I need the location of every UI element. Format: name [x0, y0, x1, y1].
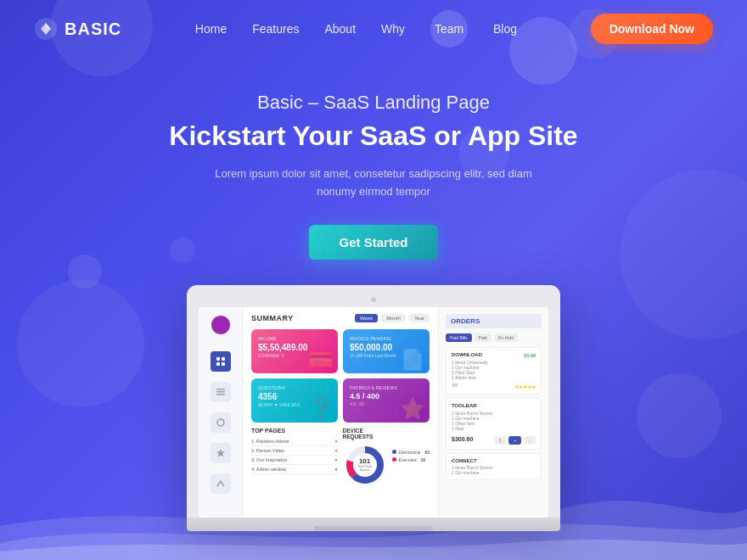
order-tab-paid[interactable]: Paid — [475, 333, 491, 342]
device-requests-title: DEVICE REQUESTS — [343, 428, 387, 440]
order-tab-paid-bills[interactable]: Paid Bills — [446, 333, 472, 342]
nav-menu: Home Features About Why Team Blog — [195, 10, 517, 48]
row-indicator: ● — [334, 467, 337, 472]
legend-item-electronical: Electronical 63 — [392, 450, 430, 455]
stat-card-income: INCOME $5,50,489.00 COMPARE: 5 💳 — [251, 329, 338, 373]
donut-sub-label: Total DataScores — [357, 465, 372, 472]
svg-point-8 — [217, 419, 224, 426]
order-tabs: Paid Bills Paid On Hold — [446, 333, 542, 342]
hero-description: Lorem ipsum dolor sit amet, consetetur s… — [195, 165, 552, 201]
svg-rect-2 — [222, 357, 225, 361]
svg-rect-7 — [216, 394, 225, 395]
order-btn-minus[interactable]: - — [524, 436, 536, 445]
download-button[interactable]: Download Now — [591, 14, 713, 44]
laptop-camera — [371, 297, 376, 302]
nav-item-why[interactable]: Why — [381, 21, 405, 36]
laptop-body: SUMMARY Week Month Year INCOME $5,50,489… — [187, 285, 560, 518]
order-stars: ★★★★★ — [514, 384, 536, 389]
order-toolbar-title: TOOLBAR — [452, 403, 477, 408]
laptop-screen: SUMMARY Week Month Year INCOME $5,50,489… — [199, 307, 548, 518]
top-pages-title: TOP PAGES — [251, 428, 338, 434]
dashboard-title: SUMMARY — [251, 314, 294, 322]
avatar — [211, 316, 230, 334]
brand-name: BASIC — [65, 20, 121, 39]
order-download-title: DOWNLOAD — [452, 352, 482, 357]
tab-week[interactable]: Week — [355, 314, 378, 322]
order-connect-row-2: 1 Gyr machine — [452, 470, 536, 475]
stat-card-ratings: RATINGS & REVIEWS 4.5 / 400 4.5 · 20 ⭐ — [343, 378, 430, 423]
dashboard-main: SUMMARY Week Month Year INCOME $5,50,489… — [243, 307, 438, 518]
sidebar-icon-2 — [211, 412, 231, 433]
table-row: 2. Person Video ● — [251, 446, 338, 456]
row-indicator: ● — [334, 457, 337, 462]
order-tab-hold[interactable]: On Hold — [494, 333, 518, 342]
stat-card-invoice: INVOICE PENDING $50,000.00 14,398 From L… — [343, 329, 430, 373]
legend-dot — [392, 450, 396, 454]
svg-rect-3 — [216, 362, 220, 366]
dashboard-sidebar — [199, 307, 243, 518]
tab-year[interactable]: Year — [409, 314, 430, 322]
sidebar-icon-3 — [211, 443, 231, 463]
deco-circle-7 — [68, 255, 102, 288]
row-indicator: ● — [334, 439, 337, 444]
row-indicator: ● — [334, 448, 337, 453]
sidebar-icon-dashboard — [211, 351, 231, 372]
hero-title: Kickstart Your SaaS or App Site — [0, 120, 747, 152]
svg-rect-6 — [216, 391, 225, 393]
order-download-amount: $3.00 — [524, 353, 536, 358]
table-row: 1. Random Advice ● — [251, 437, 338, 446]
order-btn-num[interactable]: 1 — [494, 436, 507, 445]
stat-icon-income: 💳 — [308, 348, 334, 372]
order-item-download: DOWNLOAD $3.00 1 factor Universally 1 Gy… — [446, 347, 542, 395]
nav-item-team[interactable]: Team — [430, 10, 468, 48]
table-row: 3. Our Inspiration ● — [251, 456, 338, 465]
sidebar-icon-1 — [211, 382, 231, 402]
svg-rect-4 — [222, 362, 225, 366]
order-item-connect: CONNECT 1 factor Burns Source 1 Gyr mach… — [446, 453, 542, 480]
order-row-4: 1 Admin time — [452, 375, 536, 380]
get-started-button[interactable]: Get Started — [309, 225, 439, 260]
hero-section: BASIC Home Features About Why Team Blog … — [0, 0, 747, 560]
nav-item-home[interactable]: Home — [195, 21, 227, 36]
logo[interactable]: BASIC — [34, 17, 121, 41]
orders-title: ORDERS — [446, 314, 542, 328]
nav-item-blog[interactable]: Blog — [493, 21, 517, 36]
stat-icon-invoice: 📄 — [400, 348, 425, 372]
dashboard-tab-buttons: Week Month Year — [355, 314, 430, 322]
laptop: SUMMARY Week Month Year INCOME $5,50,489… — [187, 285, 560, 531]
order-toolbar-row-4: 1 Real — [452, 426, 536, 431]
stat-label-invoice: INVOICE PENDING — [350, 336, 423, 341]
stat-card-questions: QUESTIONS 4356 98 MAY ▼ SAVE $0.5 ❓ — [251, 378, 338, 423]
order-btn-row: 1 + - — [494, 436, 536, 445]
laptop-base — [187, 518, 560, 531]
order-btn-plus[interactable]: + — [508, 436, 521, 445]
dashboard-topbar: SUMMARY Week Month Year — [251, 314, 430, 322]
top-pages-table: TOP PAGES 1. Random Advice ● 2. Person V… — [251, 428, 338, 487]
stats-grid: INCOME $5,50,489.00 COMPARE: 5 💳 INVOICE… — [251, 329, 430, 423]
stat-label-income: INCOME — [258, 336, 331, 341]
svg-rect-5 — [216, 389, 225, 390]
navbar: BASIC Home Features About Why Team Blog … — [0, 0, 747, 58]
table-row: 4. Admin window ● — [251, 465, 338, 474]
stat-icon-questions: ❓ — [308, 397, 334, 421]
hero-subtitle: Basic – SaaS Landing Page — [0, 92, 747, 114]
device-requests-section: DEVICE REQUESTS 101 — [343, 428, 430, 487]
order-toolbar-price: $300.60 — [452, 436, 473, 442]
legend-item-executed: Executed 16 — [392, 457, 430, 462]
nav-item-features[interactable]: Features — [252, 21, 299, 36]
donut-chart: 101 Total DataScores — [343, 443, 387, 487]
bottom-section: TOP PAGES 1. Random Advice ● 2. Person V… — [251, 428, 430, 487]
laptop-mockup: SUMMARY Week Month Year INCOME $5,50,489… — [0, 285, 747, 531]
orders-panel: ORDERS Paid Bills Paid On Hold DOWNLOAD … — [438, 307, 548, 518]
order-connect-title: CONNECT — [452, 458, 536, 463]
hero-content: Basic – SaaS Landing Page Kickstart Your… — [0, 58, 747, 260]
legend-dot — [392, 457, 396, 462]
stat-label-questions: QUESTIONS — [258, 385, 331, 390]
stat-icon-ratings: ⭐ — [400, 397, 425, 421]
sidebar-icon-4 — [211, 473, 231, 494]
nav-item-about[interactable]: About — [324, 21, 356, 36]
logo-icon — [34, 17, 58, 41]
svg-rect-1 — [216, 357, 220, 361]
donut-value: 101 Total DataScores — [357, 457, 372, 472]
tab-month[interactable]: Month — [381, 314, 406, 322]
